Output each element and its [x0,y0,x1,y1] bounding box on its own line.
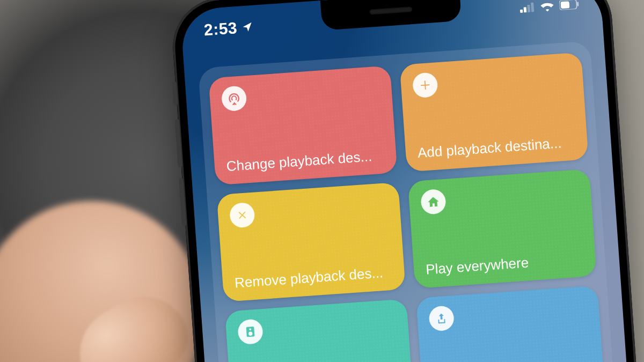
shortcut-play-everywhere[interactable]: Play everywhere [408,169,597,289]
mute-switch [172,82,178,105]
plus-icon [412,72,438,98]
location-arrow-icon [241,21,253,33]
status-bar: 2:53 [181,0,602,43]
shortcut-change-playback[interactable]: Change playback des... [208,65,397,185]
shortcut-add-main-rooms[interactable]: Add main rooms [225,299,413,362]
home-icon [420,189,447,215]
phone-wrapper: 2:53 [170,0,644,362]
x-icon [229,202,255,228]
phone-screen: 2:53 [180,0,635,362]
shortcut-label: Add playback destina... [417,134,576,162]
status-left: 2:53 [203,18,254,39]
shortcut-label: Change playback des... [226,147,385,175]
wifi-icon [540,1,554,12]
shortcut-add-playback[interactable]: Add playback destina... [400,52,589,172]
svg-rect-3 [531,2,534,12]
cellular-signal-icon [519,2,535,13]
shortcut-label: Add upstairs [433,360,591,362]
svg-rect-1 [524,7,527,12]
shortcut-remove-playback[interactable]: Remove playback des... [217,182,406,302]
status-time: 2:53 [203,19,238,39]
svg-rect-0 [520,10,523,13]
volume-down-button [179,178,186,226]
svg-rect-2 [527,5,530,12]
shortcut-add-upstairs[interactable]: Add upstairs [416,285,604,362]
shortcut-label: Play everywhere [425,250,584,278]
svg-rect-5 [577,2,579,6]
shortcuts-grid: Change playback des... Add playback dest… [198,41,622,362]
iphone-body: 2:53 [170,0,644,362]
airplay-icon [221,85,247,112]
scene-background: 2:53 [0,0,644,362]
volume-up-button [175,119,182,167]
share-icon [428,305,455,331]
speaker-icon [237,319,264,345]
shortcut-label: Remove playback des... [234,264,393,292]
battery-icon [559,0,579,10]
status-right [519,0,579,13]
svg-rect-6 [561,1,570,9]
